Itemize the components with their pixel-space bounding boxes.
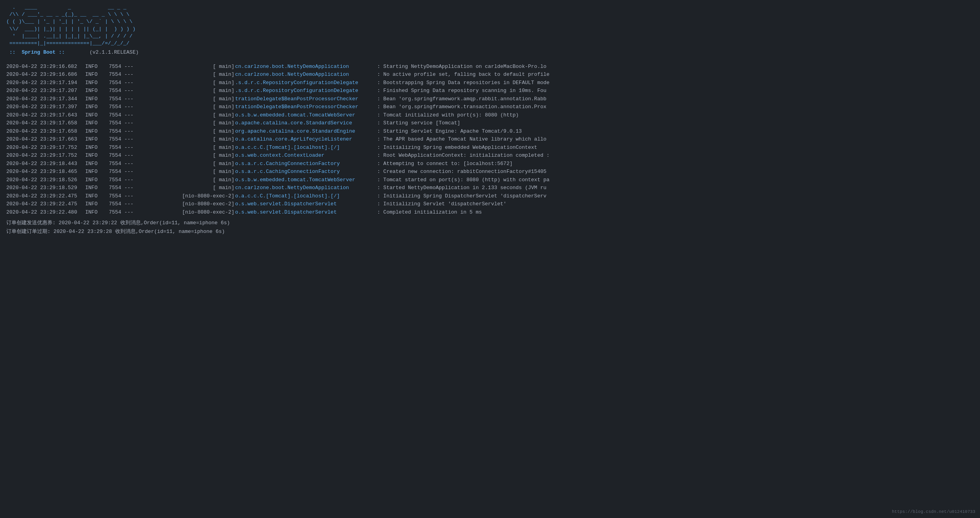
log-timestamp: 2020-04-22 23:29:17.643 xyxy=(6,111,85,119)
log-message: : Tomcat initialized with port(s): 8080 … xyxy=(377,111,974,119)
log-pid: 7554 --- xyxy=(109,144,148,152)
chinese-messages: 订单创建发送优惠券: 2020-04-22 23:29:22 收到消息,Orde… xyxy=(6,219,974,235)
log-logger: trationDelegate$BeanPostProcessorChecker xyxy=(235,95,377,103)
log-row: 2020-04-22 23:29:17.752 INFO 7554 --- [ … xyxy=(6,152,974,160)
log-pid: 7554 --- xyxy=(109,152,148,160)
log-pid: 7554 --- xyxy=(109,63,148,71)
log-message: : Bean 'org.springframework.transaction.… xyxy=(377,103,974,111)
log-timestamp: 2020-04-22 23:29:17.194 xyxy=(6,79,85,87)
log-level: INFO xyxy=(85,200,109,208)
log-thread: [ main] xyxy=(148,135,235,143)
log-logger: .s.d.r.c.RepositoryConfigurationDelegate xyxy=(235,87,377,95)
log-timestamp: 2020-04-22 23:29:17.397 xyxy=(6,103,85,111)
log-message: : Tomcat started on port(s): 8080 (http)… xyxy=(377,176,974,184)
log-level: INFO xyxy=(85,176,109,184)
log-level: INFO xyxy=(85,152,109,160)
log-row: 2020-04-22 23:29:17.207 INFO 7554 --- [ … xyxy=(6,87,974,95)
log-message: : Root WebApplicationContext: initializa… xyxy=(377,152,974,160)
log-logger: cn.carlzone.boot.NettyDemoApplication xyxy=(235,71,377,79)
log-logger: o.s.web.servlet.DispatcherServlet xyxy=(235,200,377,208)
chinese-message-2: 订单创建订单过期: 2020-04-22 23:29:28 收到消息,Order… xyxy=(6,228,974,236)
log-level: INFO xyxy=(85,111,109,119)
log-timestamp: 2020-04-22 23:29:18.529 xyxy=(6,184,85,192)
log-logger: .s.d.r.c.RepositoryConfigurationDelegate xyxy=(235,79,377,87)
log-row: 2020-04-22 23:29:17.663 INFO 7554 --- [ … xyxy=(6,135,974,143)
log-row: 2020-04-22 23:29:17.397 INFO 7554 --- [ … xyxy=(6,103,974,111)
log-level: INFO xyxy=(85,87,109,95)
log-logger: o.apache.catalina.core.StandardService xyxy=(235,119,377,127)
log-row: 2020-04-22 23:29:17.658 INFO 7554 --- [ … xyxy=(6,128,974,135)
log-thread: [ main] xyxy=(148,71,235,79)
log-timestamp: 2020-04-22 23:29:16.682 xyxy=(6,63,85,71)
log-level: INFO xyxy=(85,95,109,103)
log-level: INFO xyxy=(85,160,109,168)
ascii-art: . ____ _ __ _ _ /\\ / ___'_ __ _ _(_)_ _… xyxy=(6,4,974,47)
log-row: 2020-04-22 23:29:18.465 INFO 7554 --- [ … xyxy=(6,168,974,176)
log-logger: cn.carlzone.boot.NettyDemoApplication xyxy=(235,63,377,71)
log-level: INFO xyxy=(85,128,109,135)
log-thread: [ main] xyxy=(148,152,235,160)
log-message: : Bootstrapping Spring Data repositories… xyxy=(377,79,974,87)
log-level: INFO xyxy=(85,184,109,192)
log-level: INFO xyxy=(85,144,109,152)
log-thread: [ main] xyxy=(148,119,235,127)
log-thread: [ main] xyxy=(148,128,235,135)
log-timestamp: 2020-04-22 23:29:17.663 xyxy=(6,135,85,143)
log-timestamp: 2020-04-22 23:29:22.475 xyxy=(6,192,85,200)
log-pid: 7554 --- xyxy=(109,87,148,95)
log-thread: [ main] xyxy=(148,63,235,71)
log-row: 2020-04-22 23:29:17.643 INFO 7554 --- [ … xyxy=(6,111,974,119)
log-row: 2020-04-22 23:29:16.686 INFO 7554 --- [ … xyxy=(6,71,974,79)
log-row: 2020-04-22 23:29:16.682 INFO 7554 --- [ … xyxy=(6,63,974,71)
log-row: 2020-04-22 23:29:17.752 INFO 7554 --- [ … xyxy=(6,144,974,152)
log-message: : Starting service [Tomcat] xyxy=(377,119,974,127)
log-logger: o.s.a.r.c.CachingConnectionFactory xyxy=(235,160,377,168)
log-timestamp: 2020-04-22 23:29:17.207 xyxy=(6,87,85,95)
log-pid: 7554 --- xyxy=(109,128,148,135)
log-message: : The APR based Apache Tomcat Native lib… xyxy=(377,135,974,143)
spring-label: :: Spring Boot :: xyxy=(9,49,65,55)
log-block: 2020-04-22 23:29:16.682 INFO 7554 --- [ … xyxy=(6,63,974,216)
log-message: : No active profile set, falling back to… xyxy=(377,71,974,79)
log-message: : Created new connection: rabbitConnecti… xyxy=(377,168,974,176)
log-row: 2020-04-22 23:29:22.480 INFO 7554 --- [n… xyxy=(6,208,974,216)
log-pid: 7554 --- xyxy=(109,111,148,119)
log-level: INFO xyxy=(85,135,109,143)
spring-boot-line: :: Spring Boot :: (v2.1.1.RELEASE) xyxy=(6,49,974,56)
log-pid: 7554 --- xyxy=(109,160,148,168)
log-logger: o.s.web.context.ContextLoader xyxy=(235,152,377,160)
log-message: : Initializing Spring DispatcherServlet … xyxy=(377,192,974,200)
log-logger: trationDelegate$BeanPostProcessorChecker xyxy=(235,103,377,111)
log-thread: [ main] xyxy=(148,111,235,119)
log-pid: 7554 --- xyxy=(109,135,148,143)
log-thread: [ main] xyxy=(148,168,235,176)
log-message: : Starting Servlet Engine: Apache Tomcat… xyxy=(377,128,974,135)
log-level: INFO xyxy=(85,119,109,127)
log-timestamp: 2020-04-22 23:29:22.475 xyxy=(6,200,85,208)
log-logger: o.a.catalina.core.AprLifecycleListener xyxy=(235,135,377,143)
log-pid: 7554 --- xyxy=(109,168,148,176)
log-logger: org.apache.catalina.core.StandardEngine xyxy=(235,128,377,135)
log-timestamp: 2020-04-22 23:29:17.752 xyxy=(6,152,85,160)
log-level: INFO xyxy=(85,103,109,111)
log-timestamp: 2020-04-22 23:29:22.480 xyxy=(6,208,85,216)
log-message: : Finished Spring Data repository scanni… xyxy=(377,87,974,95)
log-timestamp: 2020-04-22 23:29:17.752 xyxy=(6,144,85,152)
log-logger: o.s.a.r.c.CachingConnectionFactory xyxy=(235,168,377,176)
log-level: INFO xyxy=(85,71,109,79)
log-thread: [ main] xyxy=(148,184,235,192)
log-message: : Completed initialization in 5 ms xyxy=(377,208,974,216)
log-message: : Initializing Spring embedded WebApplic… xyxy=(377,144,974,152)
log-row: 2020-04-22 23:29:18.526 INFO 7554 --- [ … xyxy=(6,176,974,184)
log-level: INFO xyxy=(85,79,109,87)
log-pid: 7554 --- xyxy=(109,95,148,103)
log-timestamp: 2020-04-22 23:29:16.686 xyxy=(6,71,85,79)
log-timestamp: 2020-04-22 23:29:17.658 xyxy=(6,119,85,127)
log-thread: [ main] xyxy=(148,95,235,103)
log-thread: [nio-8080-exec-2] xyxy=(148,208,235,216)
log-pid: 7554 --- xyxy=(109,192,148,200)
log-thread: [ main] xyxy=(148,79,235,87)
log-thread: [ main] xyxy=(148,103,235,111)
log-logger: cn.carlzone.boot.NettyDemoApplication xyxy=(235,184,377,192)
log-level: INFO xyxy=(85,63,109,71)
